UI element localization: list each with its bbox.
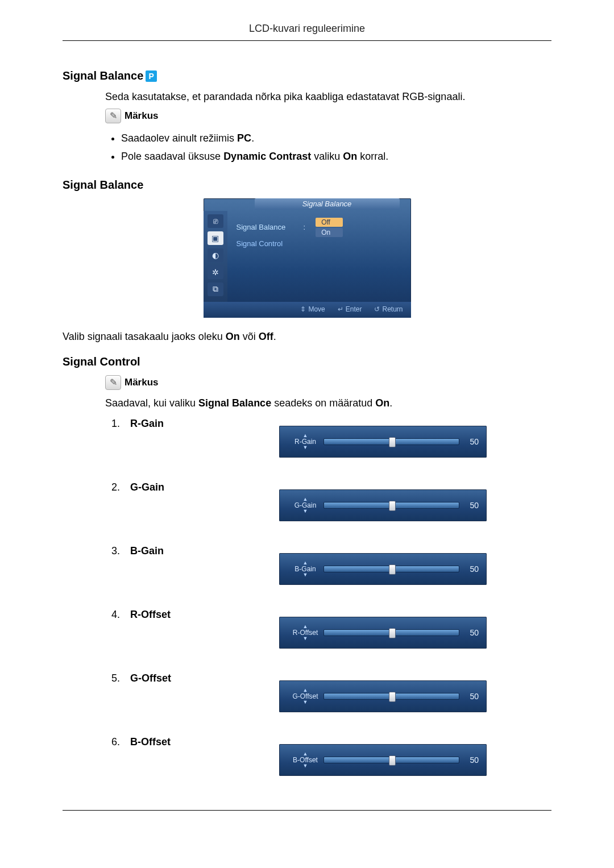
list-label: R-Offset [130,609,204,621]
heading-signal-balance-1: Signal Balance P [63,69,551,82]
signal-balance-caption: Valib signaali tasakaalu jaoks oleku On … [63,329,551,345]
bullet-bold: Dynamic Contrast [223,151,311,162]
arrow-down-icon: ▼ [303,445,308,450]
note-row: ✎ Märkus [105,375,551,390]
note-label: Märkus [125,377,159,388]
bullet-item: Pole saadaval üksuse Dynamic Contrast va… [121,147,551,165]
slider-r-offset[interactable]: ▲ R-Offset ▼ 50 [279,617,487,649]
signal-control-item: 3. B-Gain ▲ B-Gain ▼ 50 [105,545,551,585]
avail-bold: On [375,397,389,409]
osd-row-signal-balance[interactable]: Signal Balance : Off On [237,218,403,237]
osd-hint-move: Move [300,305,325,313]
slider-value: 50 [459,564,479,574]
osd-side-icon-setup[interactable]: ✲ [208,265,223,279]
osd-row-label: Signal Balance [237,223,293,231]
list-number: 4. [105,609,120,621]
arrow-down-icon: ▼ [303,763,308,769]
note-label: Märkus [125,110,159,122]
arrow-down-icon: ▼ [303,700,308,705]
osd-side-icon-sound[interactable]: ◐ [208,248,223,262]
list-number: 5. [105,672,120,684]
osd-hint-enter: Enter [338,305,362,313]
osd-footer: Move Enter Return [204,302,411,318]
heading-text: Signal Balance [63,178,143,192]
bullet-text: Saadaolev ainult režiimis [121,132,237,144]
list-label: G-Offset [130,672,204,684]
slider-value: 50 [459,692,479,701]
osd-value-on[interactable]: On [316,228,343,237]
osd-row-signal-control[interactable]: Signal Control [237,239,403,248]
list-number: 6. [105,736,120,748]
list-number: 2. [105,481,120,493]
note-icon: ✎ [105,109,121,123]
bullet-text: korral. [357,151,388,162]
slider-value: 50 [459,501,479,510]
bullet-bold: PC [237,132,251,144]
caption-bold: On [226,331,240,342]
slider-thumb[interactable] [389,501,396,511]
avail-text: Saadaval, kui valiku [105,397,198,409]
list-number: 3. [105,545,120,557]
heading-signal-balance-2: Signal Balance [63,178,551,192]
list-label: B-Gain [130,545,204,557]
osd-side-icon-input[interactable]: ⎚ [208,214,223,228]
slider-track[interactable] [323,629,459,636]
list-label: R-Gain [130,418,204,430]
slider-b-gain[interactable]: ▲ B-Gain ▼ 50 [279,553,487,585]
osd-title: Signal Balance [255,198,400,210]
caption-text: Valib signaali tasakaalu jaoks oleku [63,331,226,342]
slider-thumb[interactable] [389,564,396,575]
slider-thumb[interactable] [389,692,396,702]
p-badge-icon: P [146,70,157,82]
list-number: 1. [105,418,120,430]
slider-b-offset[interactable]: ▲ B-Offset ▼ 50 [279,744,487,776]
bullet-text: . [251,132,254,144]
bullet-bold: On [343,151,357,162]
slider-g-gain[interactable]: ▲ G-Gain ▼ 50 [279,489,487,521]
slider-value: 50 [459,437,479,446]
slider-value: 50 [459,755,479,765]
slider-track[interactable] [323,502,459,509]
slider-value: 50 [459,628,479,637]
slider-track[interactable] [323,566,459,572]
slider-track[interactable] [323,438,459,445]
osd-side-icon-picture[interactable]: ▣ [208,231,223,245]
arrow-down-icon: ▼ [303,509,308,514]
intro-text: Seda kasutatakse, et parandada nõrka pik… [105,89,551,105]
bullet-text: Pole saadaval üksuse [121,151,223,162]
note-icon: ✎ [105,375,121,390]
osd-row-label: Signal Control [237,239,293,248]
osd-side-icon-multi[interactable]: ⧉ [208,283,223,296]
signal-control-item: 5. G-Offset ▲ G-Offset ▼ 50 [105,672,551,712]
heading-text: Signal Balance [63,69,143,82]
list-label: B-Offset [130,736,204,748]
slider-thumb[interactable] [389,437,396,447]
note-row: ✎ Märkus [105,109,551,123]
slider-track[interactable] [323,693,459,700]
slider-thumb[interactable] [389,755,396,766]
signal-control-item: 2. G-Gain ▲ G-Gain ▼ 50 [105,481,551,521]
osd-hint-return: Return [374,305,403,313]
bullet-item: Saadaolev ainult režiimis PC. [121,129,551,147]
bullet-text: valiku [311,151,343,162]
slider-track[interactable] [323,757,459,763]
signal-control-availability: Saadaval, kui valiku Signal Balance sead… [105,396,551,412]
osd-sidebar: ⎚ ▣ ◐ ✲ ⧉ [204,211,227,302]
osd-value-off[interactable]: Off [316,218,343,227]
list-label: G-Gain [130,481,204,493]
slider-thumb[interactable] [389,628,396,638]
signal-control-item: 1. R-Gain ▲ R-Gain ▼ 50 [105,418,551,458]
avail-text: seadeks on määratud [271,397,375,409]
osd-panel: Signal Balance ⎚ ▣ ◐ ✲ ⧉ Signal Balance … [204,198,411,318]
heading-text: Signal Control [63,355,140,368]
signal-control-item: 4. R-Offset ▲ R-Offset ▼ 50 [105,609,551,649]
slider-g-offset[interactable]: ▲ G-Offset ▼ 50 [279,680,487,712]
slider-r-gain[interactable]: ▲ R-Gain ▼ 50 [279,426,487,458]
page-title: LCD-kuvari reguleerimine [63,23,551,41]
arrow-down-icon: ▼ [303,572,308,578]
heading-signal-control: Signal Control [63,355,551,368]
signal-control-item: 6. B-Offset ▲ B-Offset ▼ 50 [105,736,551,776]
caption-text: . [273,331,276,342]
caption-bold: Off [259,331,273,342]
arrow-down-icon: ▼ [303,636,308,641]
